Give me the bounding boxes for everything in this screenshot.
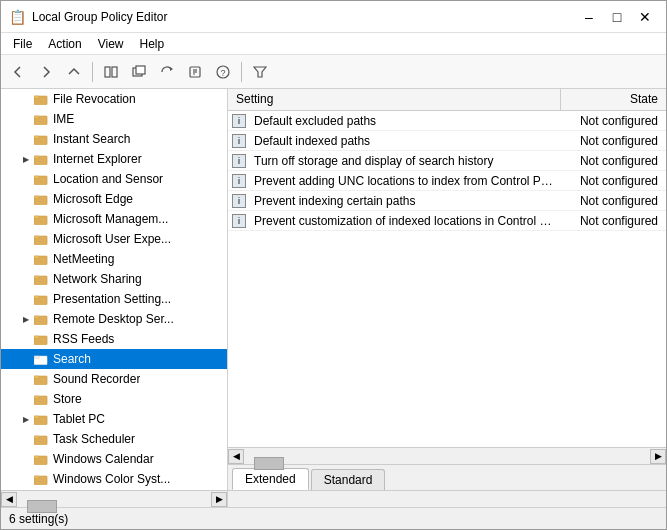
- policy-icon: i: [228, 114, 250, 128]
- svg-rect-43: [34, 396, 39, 399]
- expand-icon[interactable]: ▶: [19, 415, 33, 424]
- col-header-state: State: [561, 89, 666, 110]
- menu-help[interactable]: Help: [132, 35, 173, 52]
- scroll-left-button[interactable]: ◀: [228, 449, 244, 464]
- sidebar-scroll-right[interactable]: ▶: [211, 492, 227, 507]
- sidebar-item-task-scheduler[interactable]: Task Scheduler: [1, 429, 227, 449]
- svg-marker-11: [254, 67, 266, 77]
- table-row[interactable]: i Default excluded paths Not configured: [228, 111, 666, 131]
- sidebar-item-location-sensor[interactable]: Location and Sensor: [1, 169, 227, 189]
- table-row[interactable]: i Default indexed paths Not configured: [228, 131, 666, 151]
- sidebar-item-microsoft-edge[interactable]: Microsoft Edge: [1, 189, 227, 209]
- sidebar-item-rss-feeds[interactable]: RSS Feeds: [1, 329, 227, 349]
- up-button[interactable]: [61, 59, 87, 85]
- maximize-button[interactable]: □: [604, 7, 630, 27]
- refresh-button[interactable]: [154, 59, 180, 85]
- folder-icon: [33, 92, 49, 106]
- sidebar-item-presentation[interactable]: Presentation Setting...: [1, 289, 227, 309]
- sidebar-item-instant-search[interactable]: Instant Search: [1, 129, 227, 149]
- tab-standard[interactable]: Standard: [311, 469, 386, 490]
- properties-button[interactable]: [182, 59, 208, 85]
- table-row[interactable]: i Prevent customization of indexed locat…: [228, 211, 666, 231]
- sidebar-item-microsoft-user[interactable]: Microsoft User Expe...: [1, 229, 227, 249]
- sidebar-item-store[interactable]: Store: [1, 389, 227, 409]
- row-state: Not configured: [561, 112, 666, 130]
- help-button[interactable]: ?: [210, 59, 236, 85]
- bottom-scroll-row: ◀ ▶: [1, 490, 666, 507]
- svg-marker-4: [170, 67, 173, 71]
- sidebar-item-network-sharing[interactable]: Network Sharing: [1, 269, 227, 289]
- svg-rect-17: [34, 136, 39, 139]
- sidebar-item-remote-desktop[interactable]: ▶ Remote Desktop Ser...: [1, 309, 227, 329]
- minimize-button[interactable]: –: [576, 7, 602, 27]
- sidebar-hscroll-thumb: [27, 500, 57, 513]
- svg-rect-1: [112, 67, 117, 77]
- close-button[interactable]: ✕: [632, 7, 658, 27]
- menu-file[interactable]: File: [5, 35, 40, 52]
- sidebar-item-internet-explorer[interactable]: ▶ Internet Explorer: [1, 149, 227, 169]
- scroll-right-button[interactable]: ▶: [650, 449, 666, 464]
- sidebar-label: Network Sharing: [53, 272, 142, 286]
- svg-text:?: ?: [220, 68, 225, 78]
- folder-icon: [33, 372, 49, 386]
- table-row[interactable]: i Prevent indexing certain paths Not con…: [228, 191, 666, 211]
- sidebar-item-sound-recorder[interactable]: Sound Recorder: [1, 369, 227, 389]
- new-window-button[interactable]: [126, 59, 152, 85]
- sidebar-label: IME: [53, 112, 74, 126]
- sidebar-label: Instant Search: [53, 132, 130, 146]
- sidebar-label: Microsoft Edge: [53, 192, 133, 206]
- sidebar-item-netmeeting[interactable]: NetMeeting: [1, 249, 227, 269]
- table-row[interactable]: i Prevent adding UNC locations to index …: [228, 171, 666, 191]
- folder-icon: [33, 312, 49, 326]
- sidebar-item-file-revocation[interactable]: File Revocation: [1, 89, 227, 109]
- expand-icon[interactable]: ▶: [19, 315, 33, 324]
- sidebar-label: Task Scheduler: [53, 432, 135, 446]
- sidebar-label: Sound Recorder: [53, 372, 140, 386]
- folder-icon: [33, 292, 49, 306]
- folder-icon: [33, 132, 49, 146]
- bottom-tabs: Extended Standard: [228, 464, 666, 490]
- svg-rect-49: [34, 456, 39, 459]
- svg-rect-39: [34, 356, 39, 359]
- policy-icon: i: [228, 194, 250, 208]
- table-body: i Default excluded paths Not configured …: [228, 111, 666, 447]
- sidebar-scroll-left[interactable]: ◀: [1, 492, 17, 507]
- back-button[interactable]: [5, 59, 31, 85]
- svg-rect-37: [34, 336, 39, 339]
- row-state: Not configured: [561, 192, 666, 210]
- bottom-area: ◀ ▶ Extended Standard: [228, 447, 666, 490]
- right-hscroll: ◀ ▶: [228, 447, 666, 464]
- table-row[interactable]: i Turn off storage and display of search…: [228, 151, 666, 171]
- row-setting: Turn off storage and display of search h…: [250, 152, 561, 170]
- forward-button[interactable]: [33, 59, 59, 85]
- show-hide-button[interactable]: [98, 59, 124, 85]
- sidebar-item-ime[interactable]: IME: [1, 109, 227, 129]
- menu-action[interactable]: Action: [40, 35, 89, 52]
- folder-icon: [33, 212, 49, 226]
- svg-rect-31: [34, 276, 39, 279]
- sidebar-label: Microsoft User Expe...: [53, 232, 171, 246]
- sidebar-item-windows-calendar[interactable]: Windows Calendar: [1, 449, 227, 469]
- svg-rect-15: [34, 116, 39, 119]
- tab-extended[interactable]: Extended: [232, 468, 309, 490]
- right-spacer: [228, 491, 666, 507]
- sidebar-item-search[interactable]: Search: [1, 349, 227, 369]
- menu-view[interactable]: View: [90, 35, 132, 52]
- sidebar-item-microsoft-management[interactable]: Microsoft Managem...: [1, 209, 227, 229]
- svg-rect-13: [34, 96, 39, 99]
- expand-icon[interactable]: ▶: [19, 155, 33, 164]
- status-bar: 6 setting(s): [1, 507, 666, 529]
- folder-icon: [33, 172, 49, 186]
- toolbar-separator-2: [241, 62, 242, 82]
- sidebar-label: Location and Sensor: [53, 172, 163, 186]
- sidebar-label: Store: [53, 392, 82, 406]
- row-state: Not configured: [561, 212, 666, 230]
- table-header: Setting State: [228, 89, 666, 111]
- svg-rect-27: [34, 236, 39, 239]
- filter-button[interactable]: [247, 59, 273, 85]
- row-state: Not configured: [561, 172, 666, 190]
- policy-icon: i: [228, 134, 250, 148]
- sidebar-item-windows-color[interactable]: Windows Color Syst...: [1, 469, 227, 489]
- folder-icon: [33, 472, 49, 486]
- sidebar-item-tablet-pc[interactable]: ▶ Tablet PC: [1, 409, 227, 429]
